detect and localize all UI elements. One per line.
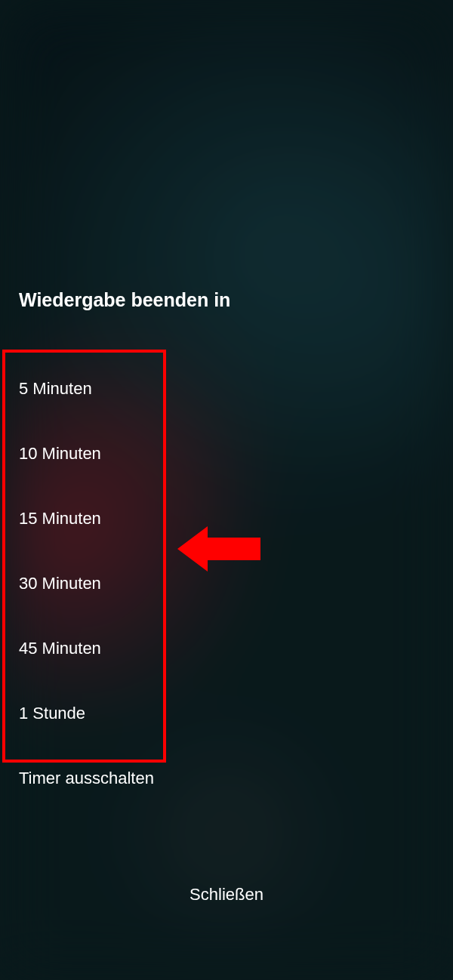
timer-option-label: 30 Minuten [19, 574, 101, 593]
timer-option-label: 10 Minuten [19, 444, 101, 463]
timer-option-30min[interactable]: 30 Minuten [19, 551, 434, 616]
timer-option-label: 1 Stunde [19, 704, 85, 723]
timer-option-off[interactable]: Timer ausschalten [19, 746, 434, 811]
timer-option-label: 5 Minuten [19, 379, 92, 398]
timer-option-45min[interactable]: 45 Minuten [19, 616, 434, 681]
timer-option-5min[interactable]: 5 Minuten [19, 356, 434, 421]
timer-option-label: 15 Minuten [19, 509, 101, 528]
sheet-title: Wiedergabe beenden in [19, 289, 434, 311]
timer-option-1hour[interactable]: 1 Stunde [19, 681, 434, 746]
timer-option-label: Timer ausschalten [19, 769, 154, 787]
sleep-timer-sheet: Wiedergabe beenden in 5 Minuten 10 Minut… [0, 0, 453, 980]
timer-options-list: 5 Minuten 10 Minuten 15 Minuten 30 Minut… [19, 356, 434, 811]
timer-option-10min[interactable]: 10 Minuten [19, 421, 434, 486]
timer-option-label: 45 Minuten [19, 639, 101, 658]
close-button[interactable]: Schließen [0, 885, 453, 904]
timer-option-15min[interactable]: 15 Minuten [19, 486, 434, 551]
close-button-label: Schließen [190, 885, 263, 904]
